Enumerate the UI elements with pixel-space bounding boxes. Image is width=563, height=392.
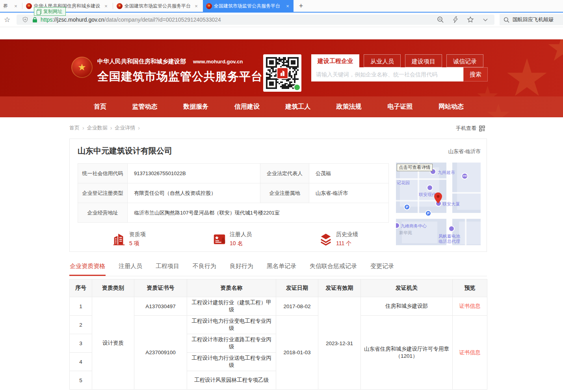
search-tab-personnel[interactable]: 从业人员 — [364, 54, 401, 67]
certificate-info-link[interactable]: 证书信息 — [453, 316, 487, 390]
search-tab-enterprise[interactable]: 建设工程企业 — [311, 54, 359, 67]
stat-history-performance[interactable]: 历史业绩 111 个 — [319, 231, 358, 247]
issue-date: 2017-08-02 — [276, 297, 318, 316]
zoom-out-icon[interactable] — [437, 16, 444, 23]
info-label: 企业法定代表人 — [260, 164, 309, 183]
stat-registered-personnel[interactable]: 注册人员 10 名 — [213, 231, 252, 247]
shield-icon[interactable] — [22, 17, 28, 23]
info-value: 有限责任公司（自然人投资或控股） — [128, 183, 260, 203]
emblem-favicon-icon — [117, 3, 123, 9]
url-scheme: https — [41, 17, 52, 23]
nav-site-news[interactable]: 网站动态 — [439, 103, 464, 111]
close-icon[interactable] — [13, 3, 19, 9]
certificate-icon — [213, 233, 226, 246]
header-search-module: 建设工程企业 从业人员 建设项目 诚信记录 搜索 — [311, 54, 488, 81]
url-host: ://jzsc.mohurd.gov.cn — [52, 17, 104, 23]
bookmark-star-icon[interactable] — [4, 15, 10, 24]
tab-registered-personnel[interactable]: 注册人员 — [118, 261, 143, 276]
breadcrumb-separator — [110, 125, 112, 131]
info-label: 企业注册属地 — [260, 183, 309, 203]
map-label-garden: 记花园 — [397, 180, 410, 185]
location-map[interactable]: 点击可查看详情 九州超市 记花园 联安现代城 联安大厦 九峰商务中心 新华苑 凤… — [396, 163, 481, 245]
validity-date: 2023-12-31 — [318, 297, 361, 390]
map-atm-icon — [461, 173, 468, 179]
qr-center-logo — [277, 67, 288, 79]
layers-icon — [319, 233, 333, 246]
copy-url-tooltip: 复制网址 — [34, 7, 66, 16]
nav-data-service[interactable]: 数据服务 — [183, 103, 208, 111]
nav-home[interactable]: 首页 — [94, 103, 106, 111]
lightning-icon[interactable] — [452, 16, 459, 23]
row-no: 3 — [70, 334, 92, 353]
qualification-name: 工程设计建筑行业（建筑工程）甲级 — [187, 297, 276, 316]
search-tab-project[interactable]: 建设项目 — [405, 54, 442, 67]
tab-title: 全国建筑市场监管公共服务平台 — [214, 3, 285, 9]
tab-good-behavior[interactable]: 良好行为 — [229, 261, 254, 276]
map-poi-icon — [427, 185, 433, 191]
building-icon — [112, 233, 126, 246]
national-emblem-logo — [71, 57, 93, 78]
new-tab-button[interactable] — [295, 0, 307, 12]
close-icon[interactable] — [103, 3, 109, 9]
qualification-name: 工程设计市政行业道路工程专业丙级 — [187, 334, 276, 353]
tab-change-record[interactable]: 变更记录 — [370, 261, 394, 276]
info-value: 临沂市兰山区陶然路107号星河晶都（联安）现代城1号楼2201室 — [128, 203, 389, 223]
tab-separator — [22, 3, 22, 9]
map-road — [396, 178, 446, 180]
row-no: 4 — [70, 353, 92, 371]
tab-blacklist[interactable]: 黑名单记录 — [266, 261, 297, 276]
star-decoration — [506, 58, 548, 96]
star-decoration — [548, 39, 563, 63]
stat-qualifications[interactable]: 资质项 5 项 — [112, 231, 146, 247]
map-road — [452, 192, 481, 194]
certificate-info-link[interactable]: 证书信息 — [453, 297, 487, 316]
keyword-input[interactable] — [311, 67, 463, 81]
tab-qualifications[interactable]: 企业资质资格 — [69, 261, 106, 276]
close-icon[interactable] — [285, 3, 290, 9]
table-row: 1 设计资质 A137030497 工程设计建筑行业（建筑工程）甲级 2017-… — [70, 297, 487, 316]
wechat-badge-icon — [294, 84, 301, 91]
map-road — [465, 219, 466, 245]
browser-tab-active[interactable]: 全国建筑市场监管公共服务平台 — [203, 0, 294, 12]
copy-icon — [37, 9, 41, 14]
qualification-table: 序号 资质类别 资质证书号 资质名称 发证日期 发证有效期 发证机关 预览 1 … — [69, 279, 487, 390]
map-block — [457, 163, 481, 210]
site-header: 中华人民共和国住房和城乡建设部www.mohurd.gov.cn 全国建筑市场监… — [0, 39, 563, 96]
table-header-row: 序号 资质类别 资质证书号 资质名称 发证日期 发证有效期 发证机关 预览 — [70, 279, 487, 297]
address-bar[interactable]: https://jzsc.mohurd.gov.cn/data/company/… — [17, 15, 494, 25]
breadcrumb-company-data[interactable]: 企业数据 — [87, 124, 108, 131]
mobile-view-button[interactable]: 手机查看 — [456, 125, 485, 132]
search-button[interactable]: 搜索 — [463, 67, 488, 81]
lock-icon — [32, 17, 37, 23]
quick-search-box[interactable]: 国航回应飞机颠簸 — [500, 14, 563, 25]
nav-e-license[interactable]: 电子证照 — [387, 103, 412, 111]
qualification-name: 工程设计电力行业变电工程专业丙级 — [187, 316, 276, 334]
qr-mini-icon — [479, 126, 485, 131]
info-label: 企业登记注册类型 — [78, 183, 128, 203]
close-icon[interactable] — [193, 3, 199, 9]
chevron-down-icon[interactable] — [482, 16, 489, 23]
browser-tab-partial[interactable]: 界 — [0, 0, 22, 12]
favorite-star-icon[interactable] — [467, 16, 474, 23]
row-no: 1 — [70, 297, 92, 316]
map-parking-icon — [425, 210, 431, 216]
tab-projects[interactable]: 工程项目 — [155, 261, 180, 276]
nav-supervision[interactable]: 监管动态 — [132, 103, 158, 111]
browser-tab-jzsc[interactable]: 全国建筑市场监管公共服务平台 — [113, 0, 202, 12]
qualification-name: 工程设计风景园林工程专项乙级 — [187, 371, 276, 390]
map-poi-icon — [448, 226, 455, 232]
url-path: /data/company/detail?id=0021052912405330… — [104, 17, 221, 23]
info-value: 山东省-临沂市 — [309, 183, 389, 203]
nav-credit[interactable]: 信用建设 — [234, 103, 260, 111]
breadcrumb-home[interactable]: 首页 — [69, 124, 80, 131]
nav-workers[interactable]: 建筑工人 — [285, 103, 310, 111]
tab-bad-behavior[interactable]: 不良行为 — [192, 261, 217, 276]
search-tab-credit[interactable]: 诚信记录 — [446, 54, 483, 67]
star-decoration — [487, 104, 510, 117]
breadcrumb-company-detail[interactable]: 企业详情 — [115, 124, 135, 131]
tab-dishonesty-record[interactable]: 失信联合惩戒记录 — [309, 261, 357, 276]
info-value: 91371302675501022B — [128, 164, 260, 183]
map-block — [459, 222, 481, 244]
row-no: 2 — [70, 316, 92, 334]
nav-policy[interactable]: 政策法规 — [336, 103, 362, 111]
